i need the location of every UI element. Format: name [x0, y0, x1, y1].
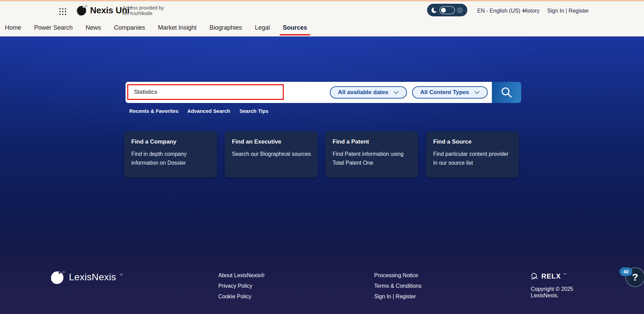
quick-find-cards: Find a Company Find in depth company inf… — [124, 132, 519, 177]
lexisnexis-logo-icon — [49, 269, 65, 285]
relx-logo-text: RELX — [541, 272, 561, 280]
chevron-down-icon — [394, 91, 399, 94]
signin-register-link[interactable]: Sign In | Register — [547, 8, 589, 14]
badge-count: 40 — [623, 269, 629, 274]
search-button[interactable] — [492, 82, 521, 103]
tab-companies[interactable]: Companies — [114, 19, 145, 36]
card-title: Find an Executive — [232, 138, 310, 145]
notification-badge: 40 — [619, 267, 632, 276]
app-grid-button[interactable] — [59, 8, 68, 16]
footer-links-column-2: Processing Notice Terms & Conditions Sig… — [374, 272, 422, 304]
date-filter-label: All available dates — [338, 89, 388, 96]
question-mark-icon: ? — [632, 271, 638, 283]
lexisnexis-logo: LexisNexis ® — [49, 269, 122, 285]
theme-toggle[interactable] — [427, 4, 467, 16]
card-find-a-company[interactable]: Find a Company Find in depth company inf… — [124, 132, 217, 177]
tab-home[interactable]: Home — [5, 19, 21, 36]
tab-legal[interactable]: Legal — [255, 19, 270, 36]
nexis-uni-sources-page: Nexis Uni ® Access provided by Iim Kozhi… — [0, 0, 644, 314]
card-description: Find Patent information using Total Pate… — [333, 150, 412, 167]
search-input[interactable] — [127, 84, 284, 100]
relx-logo-icon — [531, 272, 539, 280]
history-link[interactable]: History — [523, 8, 540, 14]
content-type-dropdown[interactable]: All Content Types — [412, 86, 488, 99]
card-description: Find particular content provider in our … — [433, 150, 512, 167]
tab-power-search[interactable]: Power Search — [34, 19, 73, 36]
search-bar: All available dates All Content Types — [126, 82, 521, 103]
copyright-line2: LexisNexis. — [531, 292, 573, 299]
access-line2: Iim Kozhikode — [122, 11, 164, 16]
card-find-a-source[interactable]: Find a Source Find particular content pr… — [426, 132, 519, 177]
registered-mark: ® — [120, 273, 122, 276]
history-label: History — [523, 8, 540, 14]
app-header: Nexis Uni ® Access provided by Iim Kozhi… — [0, 1, 644, 19]
moon-icon — [431, 6, 438, 14]
search-box: All available dates All Content Types — [126, 82, 492, 103]
access-line1: Access provided by — [122, 5, 164, 11]
tab-market-insight[interactable]: Market Insight — [158, 19, 196, 36]
language-selector[interactable]: EN - English (US) — [477, 8, 526, 14]
main-nav: Home Power Search News Companies Market … — [0, 19, 644, 36]
toggle-knob — [441, 8, 446, 13]
footer-link-about-lexisnexis[interactable]: About LexisNexis® — [218, 272, 264, 278]
language-label: EN - English (US) — [477, 8, 520, 14]
toggle-switch[interactable] — [439, 6, 455, 14]
date-filter-dropdown[interactable]: All available dates — [330, 86, 407, 99]
footer-link-processing-notice[interactable]: Processing Notice — [374, 272, 422, 278]
footer-links-column-1: About LexisNexis® Privacy Policy Cookie … — [218, 272, 264, 304]
grid-icon — [59, 8, 67, 16]
card-title: Find a Company — [131, 138, 210, 145]
sun-icon — [456, 6, 464, 14]
card-find-a-patent[interactable]: Find a Patent Find Patent information us… — [325, 132, 418, 177]
card-title: Find a Source — [433, 138, 512, 145]
content-type-label: All Content Types — [420, 89, 469, 96]
card-description: Search our Biographical sources — [232, 150, 311, 159]
advanced-search-link[interactable]: Advanced Search — [187, 108, 230, 114]
copyright-line1: Copyright © 2025 — [531, 286, 573, 292]
search-icon — [500, 86, 513, 99]
card-title: Find a Patent — [333, 138, 411, 145]
tab-sources[interactable]: Sources — [283, 19, 307, 36]
nexis-uni-logo-icon — [75, 4, 88, 16]
lexisnexis-logo-text: LexisNexis — [69, 272, 116, 283]
search-tips-link[interactable]: Search Tips — [239, 108, 268, 114]
footer-link-signin-register[interactable]: Sign In | Register — [374, 294, 422, 299]
footer-link-privacy-policy[interactable]: Privacy Policy — [218, 283, 264, 289]
signin-label: Sign In | Register — [547, 8, 589, 14]
chevron-down-icon — [474, 91, 480, 94]
card-description: Find in depth company information on Dos… — [131, 150, 210, 167]
footer-link-cookie-policy[interactable]: Cookie Policy — [218, 294, 264, 299]
relx-logo: RELX ™ — [531, 272, 566, 280]
card-find-an-executive[interactable]: Find an Executive Search our Biographica… — [225, 132, 318, 177]
access-provided-by: Access provided by Iim Kozhikode — [122, 5, 164, 16]
footer-link-terms-conditions[interactable]: Terms & Conditions — [374, 283, 422, 289]
trademark-mark: ™ — [563, 273, 566, 276]
tab-biographies[interactable]: Biographies — [209, 19, 242, 36]
copyright-notice: Copyright © 2025 LexisNexis. — [531, 286, 573, 299]
tab-news[interactable]: News — [86, 19, 101, 36]
recents-favorites-link[interactable]: Recents & Favorites — [129, 108, 178, 114]
